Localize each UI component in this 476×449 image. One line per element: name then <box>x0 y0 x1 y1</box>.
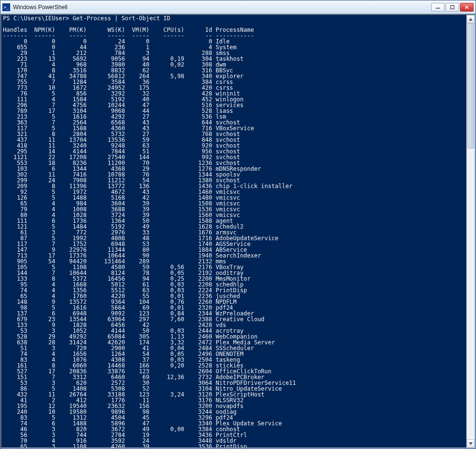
chevron-up-icon <box>469 18 473 21</box>
scroll-down-button[interactable] <box>467 439 475 448</box>
svg-marker-5 <box>469 442 473 445</box>
console-area: PS C:\Users\IEUser> Get-Process | Sort-O… <box>0 14 476 449</box>
console-output[interactable]: PS C:\Users\IEUser> Get-Process | Sort-O… <box>1 15 466 448</box>
powershell-icon: >_ <box>2 3 10 11</box>
window-controls <box>431 3 474 12</box>
minimize-icon <box>435 5 440 10</box>
maximize-icon <box>450 5 455 10</box>
vertical-scrollbar <box>466 15 475 448</box>
scroll-up-button[interactable] <box>467 15 475 23</box>
titlebar: >_ Windows PowerShell <box>0 0 476 14</box>
window-title: Windows PowerShell <box>13 4 431 11</box>
maximize-button[interactable] <box>446 3 459 12</box>
svg-rect-1 <box>451 5 454 9</box>
minimize-button[interactable] <box>431 3 445 12</box>
close-button[interactable] <box>460 3 474 12</box>
close-icon <box>464 5 469 10</box>
scroll-thumb[interactable] <box>467 23 474 149</box>
svg-marker-4 <box>469 18 473 21</box>
powershell-window: >_ Windows PowerShell PS C:\Users\IEUser… <box>0 0 476 449</box>
scroll-track[interactable] <box>467 23 475 439</box>
chevron-down-icon <box>469 442 473 445</box>
